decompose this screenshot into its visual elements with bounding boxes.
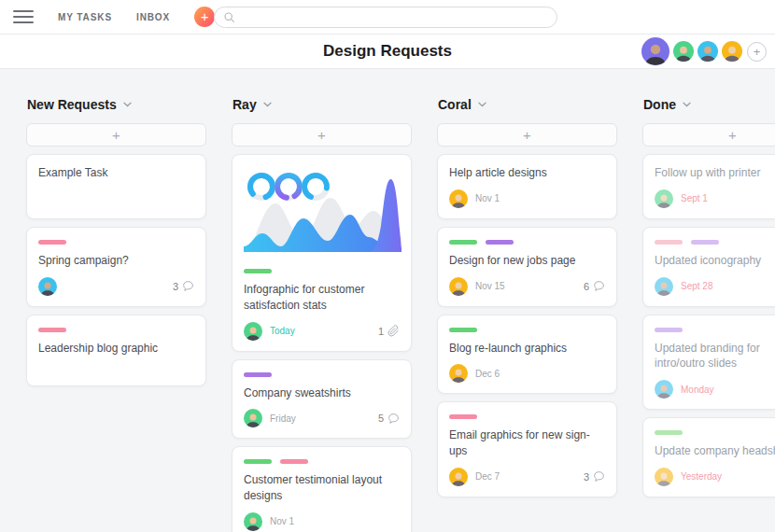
plus-icon: +	[728, 127, 737, 143]
task-card[interactable]: Help article designs Nov 1	[437, 154, 617, 219]
plus-icon: +	[317, 127, 326, 143]
plus-icon: +	[201, 8, 209, 24]
tag-pink	[38, 240, 66, 245]
add-card-button[interactable]: +	[642, 123, 775, 147]
paperclip-icon	[388, 325, 400, 337]
nav-inbox[interactable]: INBOX	[136, 12, 170, 22]
tag-pink	[655, 240, 683, 245]
task-title: Company sweatshirts	[244, 385, 400, 401]
comment-count: 3	[173, 280, 194, 292]
assignee-avatar	[655, 189, 673, 208]
add-card-button[interactable]: +	[437, 123, 617, 147]
column-header[interactable]: New Requests	[27, 97, 206, 112]
task-title: Spring campaign?	[38, 253, 194, 269]
plus-icon: +	[754, 45, 761, 59]
task-card[interactable]: Example Task	[26, 154, 206, 219]
plus-icon: +	[112, 127, 120, 143]
chevron-down-icon	[478, 102, 486, 107]
task-title: Infographic for customer satisfaction st…	[244, 282, 400, 314]
tag-purple	[244, 372, 272, 377]
due-date: Sept 1	[681, 193, 708, 203]
assignee-avatar	[655, 277, 673, 296]
task-card[interactable]: Design for new jobs page Nov 15 6	[437, 227, 617, 307]
comment-icon	[593, 280, 605, 292]
search-input[interactable]	[242, 12, 548, 23]
search-box[interactable]	[214, 7, 557, 28]
column-coral: Coral + Help article designs Nov 1 Desig…	[437, 97, 617, 505]
task-card[interactable]: Updated iconography Sept 28	[642, 227, 775, 307]
task-card[interactable]: Customer testimonial layout designs Nov …	[232, 446, 412, 532]
page-title: Design Requests	[323, 42, 452, 61]
chevron-down-icon	[123, 102, 132, 107]
due-date: Nov 15	[475, 281, 505, 291]
task-card[interactable]: Leadership blog graphic	[26, 315, 206, 387]
assignee-avatar	[244, 512, 262, 531]
assignee-avatar	[244, 409, 262, 427]
task-card[interactable]: Email graphics for new sign-ups Dec 7 3	[437, 401, 617, 497]
kanban-board: New Requests + Example Task Spring campa…	[0, 69, 775, 532]
due-date: Today	[270, 326, 295, 336]
task-card[interactable]: Update company headshots Yesterday	[642, 417, 775, 497]
chevron-down-icon	[263, 102, 272, 107]
attachment-thumbnail-chart	[244, 166, 400, 259]
due-date: Friday	[270, 413, 296, 424]
due-date: Yesterday	[681, 471, 722, 482]
quick-add-button[interactable]: +	[194, 7, 215, 27]
column-title: Coral	[438, 97, 472, 112]
due-date: Nov 1	[475, 193, 500, 203]
task-card[interactable]: Blog re-launch graphics Dec 6	[437, 315, 617, 395]
assignee-avatar	[38, 277, 57, 296]
tag-pink	[280, 459, 308, 464]
assignee-avatar	[449, 468, 468, 486]
assignee-avatar	[449, 277, 468, 296]
task-title: Blog re-launch graphics	[449, 341, 605, 357]
task-title: Customer testimonial layout designs	[244, 472, 400, 504]
task-card[interactable]: Company sweatshirts Friday 5	[232, 359, 412, 440]
column-done: Done + Follow up with printer Sept 1 Upd…	[642, 97, 775, 505]
member-avatar[interactable]	[698, 41, 718, 62]
tag-purple	[691, 240, 719, 245]
column-new-requests: New Requests + Example Task Spring campa…	[26, 97, 206, 394]
project-header: Design Requests +	[0, 35, 775, 69]
add-card-button[interactable]: +	[26, 123, 206, 147]
assignee-avatar	[655, 380, 673, 399]
task-title: Update company headshots	[655, 443, 775, 459]
column-header[interactable]: Coral	[438, 97, 617, 112]
comment-icon	[182, 280, 194, 292]
tag-green	[244, 459, 272, 464]
comment-count: 6	[584, 280, 605, 292]
task-card[interactable]: Infographic for customer satisfaction st…	[232, 154, 412, 352]
task-card[interactable]: Spring campaign? 3	[26, 227, 206, 307]
add-card-button[interactable]: +	[232, 123, 412, 147]
assignee-avatar	[449, 189, 468, 208]
column-title: New Requests	[27, 97, 117, 112]
invite-member-button[interactable]: +	[747, 42, 767, 62]
column-header[interactable]: Ray	[232, 97, 412, 112]
avatar-group: +	[641, 35, 767, 68]
member-avatar[interactable]	[722, 41, 742, 62]
column-header[interactable]: Done	[643, 97, 775, 112]
task-title: Follow up with printer	[655, 165, 775, 181]
assignee-avatar	[244, 322, 262, 341]
nav-my-tasks[interactable]: MY TASKS	[58, 12, 112, 22]
tag-purple	[655, 328, 683, 332]
task-title: Help article designs	[449, 165, 605, 181]
plus-icon: +	[523, 127, 531, 143]
assignee-avatar	[449, 364, 468, 383]
task-card[interactable]: Follow up with printer Sept 1	[642, 154, 775, 219]
search-icon	[223, 11, 235, 23]
column-title: Done	[643, 97, 676, 112]
topbar: MY TASKS INBOX +	[0, 0, 775, 35]
member-avatar[interactable]	[673, 41, 694, 62]
task-title: Updated iconography	[655, 253, 775, 269]
due-date: Nov 1	[270, 516, 294, 526]
comment-count: 3	[584, 470, 605, 483]
member-avatar[interactable]	[641, 37, 669, 65]
tag-pink	[38, 328, 66, 332]
task-title: Leadership blog graphic	[38, 341, 194, 357]
due-date: Dec 7	[475, 471, 500, 482]
tag-green	[449, 240, 477, 245]
task-title: Example Task	[38, 165, 194, 181]
hamburger-menu-icon[interactable]	[13, 7, 34, 27]
task-card[interactable]: Updated branding for intro/outro slides …	[642, 315, 775, 411]
